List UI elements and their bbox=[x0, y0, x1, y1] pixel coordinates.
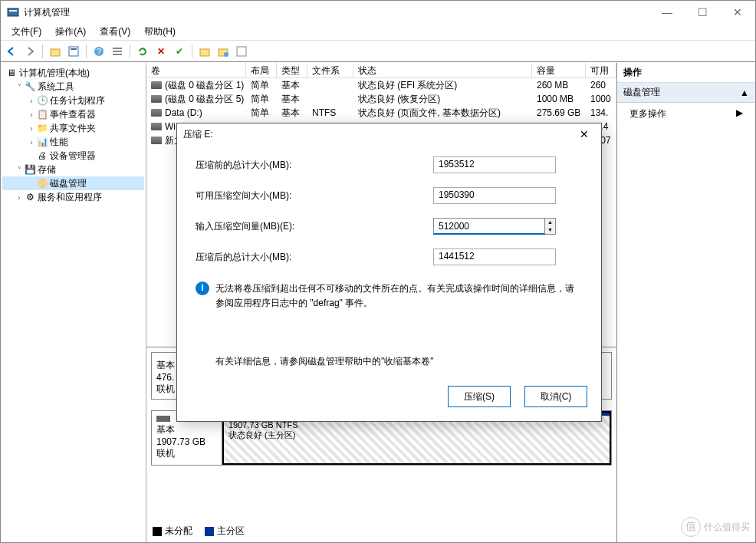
menu-view[interactable]: 查看(V) bbox=[94, 24, 136, 40]
volume-icon bbox=[151, 109, 162, 117]
services-icon: ⚙ bbox=[24, 191, 36, 203]
svg-rect-7 bbox=[113, 48, 122, 49]
perf-icon: 📊 bbox=[36, 136, 48, 148]
svg-rect-0 bbox=[8, 8, 18, 16]
folder-shared-icon: 📁 bbox=[36, 122, 48, 134]
window-title: 计算机管理 bbox=[24, 6, 649, 19]
tree-systools[interactable]: ˅🔧系统工具 bbox=[2, 80, 144, 94]
available-label: 可用压缩空间大小(MB): bbox=[196, 189, 433, 202]
svg-rect-4 bbox=[71, 48, 77, 50]
tree-storage[interactable]: ˅💾存储 bbox=[2, 163, 144, 176]
spin-down-button[interactable]: ▼ bbox=[545, 226, 555, 234]
actions-more[interactable]: 更多操作 ▶ bbox=[617, 103, 755, 125]
menu-file[interactable]: 文件(F) bbox=[5, 24, 48, 40]
dialog-footer: 压缩(S) 取消(C) bbox=[177, 377, 601, 421]
minimize-button[interactable]: — bbox=[649, 1, 685, 24]
tree-services[interactable]: ›⚙服务和应用程序 bbox=[2, 190, 144, 204]
col-layout[interactable]: 布局 bbox=[246, 63, 277, 77]
svg-rect-9 bbox=[113, 54, 122, 55]
properties-button[interactable] bbox=[66, 44, 81, 59]
volume-grid-header: 卷 布局 类型 文件系统 状态 容量 可用 bbox=[146, 63, 616, 78]
amount-spinner: ▲ ▼ bbox=[433, 218, 556, 235]
col-status[interactable]: 状态 bbox=[353, 63, 532, 77]
tree-devmgr[interactable]: 🖨设备管理器 bbox=[2, 149, 144, 163]
total-before-label: 压缩前的总计大小(MB): bbox=[196, 159, 433, 172]
tree-shared[interactable]: ›📁共享文件夹 bbox=[2, 121, 144, 135]
computer-icon: 🖥 bbox=[5, 67, 18, 79]
menu-help[interactable]: 帮助(H) bbox=[138, 24, 182, 40]
col-filesystem[interactable]: 文件系统 bbox=[307, 63, 353, 77]
col-type[interactable]: 类型 bbox=[277, 63, 307, 77]
table-row[interactable]: Data (D:) 简单 基本 NTFS 状态良好 (页面文件, 基本数据分区)… bbox=[146, 106, 616, 120]
maximize-button[interactable]: ☐ bbox=[685, 1, 720, 24]
svg-rect-3 bbox=[69, 47, 78, 56]
volume-icon bbox=[151, 123, 162, 130]
actions-header: 操作 bbox=[617, 63, 755, 83]
refresh-button[interactable] bbox=[135, 44, 150, 59]
check-button[interactable]: ✔ bbox=[172, 44, 187, 59]
actions-pane: 操作 磁盘管理 ▲ 更多操作 ▶ bbox=[617, 63, 755, 542]
legend-primary-swatch bbox=[205, 527, 214, 536]
info-row-1: i 无法将卷压缩到超出任何不可移动的文件所在的点。有关完成该操作时间的详细信息，… bbox=[196, 281, 583, 311]
col-free[interactable]: 可用 bbox=[586, 63, 616, 77]
info-row-2: 有关详细信息，请参阅磁盘管理帮助中的"收缩基本卷" bbox=[215, 354, 583, 369]
menu-action[interactable]: 操作(A) bbox=[49, 24, 92, 40]
volume-icon bbox=[151, 81, 162, 89]
tree-scheduler[interactable]: ›🕒任务计划程序 bbox=[2, 94, 144, 107]
event-icon: 📋 bbox=[36, 108, 48, 120]
svg-rect-13 bbox=[237, 47, 246, 56]
dialog-titlebar: 压缩 E: ✕ bbox=[177, 123, 601, 145]
svg-rect-1 bbox=[9, 10, 17, 12]
dialog-close-button[interactable]: ✕ bbox=[574, 123, 595, 145]
disk-icon: 📀 bbox=[36, 177, 48, 189]
help-icon[interactable]: ? bbox=[91, 44, 107, 59]
svg-rect-8 bbox=[113, 51, 122, 52]
watermark: 值 什么值得买 bbox=[681, 517, 750, 537]
dialog-title: 压缩 E: bbox=[183, 128, 574, 141]
svg-rect-2 bbox=[51, 49, 60, 56]
dialog-body: 压缩前的总计大小(MB): 1953512 可用压缩空间大小(MB): 1950… bbox=[177, 145, 601, 377]
watermark-icon: 值 bbox=[681, 517, 701, 537]
total-after-label: 压缩后的总计大小(MB): bbox=[196, 251, 433, 264]
table-row[interactable]: (磁盘 0 磁盘分区 1) 简单 基本 状态良好 (EFI 系统分区) 260 … bbox=[146, 78, 616, 92]
volume-icon bbox=[151, 95, 162, 103]
col-capacity[interactable]: 容量 bbox=[532, 63, 586, 77]
disk-drive-icon bbox=[156, 416, 170, 422]
app-icon bbox=[7, 6, 19, 18]
amount-label: 输入压缩空间量(MB)(E): bbox=[196, 220, 433, 233]
tree-root[interactable]: 🖥计算机管理(本地) bbox=[2, 66, 144, 80]
delete-button[interactable]: ✕ bbox=[153, 44, 169, 59]
svg-rect-10 bbox=[200, 49, 209, 56]
tree-perf[interactable]: ›📊性能 bbox=[2, 135, 144, 149]
amount-input[interactable] bbox=[433, 218, 545, 235]
up-button[interactable] bbox=[48, 44, 63, 59]
actions-group[interactable]: 磁盘管理 ▲ bbox=[617, 83, 755, 103]
col-volume[interactable]: 卷 bbox=[146, 63, 246, 77]
svg-text:?: ? bbox=[97, 48, 101, 56]
forward-button[interactable] bbox=[22, 44, 38, 59]
tree-diskmgmt[interactable]: 📀磁盘管理 bbox=[2, 176, 144, 190]
spin-up-button[interactable]: ▲ bbox=[545, 219, 555, 226]
close-button[interactable]: ✕ bbox=[720, 1, 755, 24]
svg-point-12 bbox=[224, 52, 228, 57]
wrench-icon: 🔧 bbox=[24, 81, 36, 93]
collapse-icon: ▲ bbox=[740, 87, 749, 98]
volume-icon bbox=[151, 137, 162, 144]
info-icon: i bbox=[196, 281, 209, 295]
chevron-right-icon: ▶ bbox=[736, 107, 743, 120]
settings-button[interactable] bbox=[234, 44, 249, 59]
menubar: 文件(F) 操作(A) 查看(V) 帮助(H) bbox=[1, 24, 755, 41]
folder-icon[interactable] bbox=[197, 44, 212, 59]
toolbar: ? ✕ ✔ bbox=[1, 41, 755, 62]
clock-icon: 🕒 bbox=[36, 94, 48, 107]
legend: 未分配 主分区 bbox=[153, 525, 245, 538]
legend-unallocated-swatch bbox=[153, 527, 162, 536]
tree-eventviewer[interactable]: ›📋事件查看器 bbox=[2, 107, 144, 121]
shrink-button[interactable]: 压缩(S) bbox=[448, 386, 511, 407]
cancel-button[interactable]: 取消(C) bbox=[524, 386, 587, 407]
table-row[interactable]: (磁盘 0 磁盘分区 5) 简单 基本 状态良好 (恢复分区) 1000 MB … bbox=[146, 92, 616, 106]
total-after-value: 1441512 bbox=[433, 248, 556, 265]
back-button[interactable] bbox=[4, 44, 19, 59]
view-list-button[interactable] bbox=[110, 44, 125, 59]
folder2-icon[interactable] bbox=[215, 44, 231, 59]
